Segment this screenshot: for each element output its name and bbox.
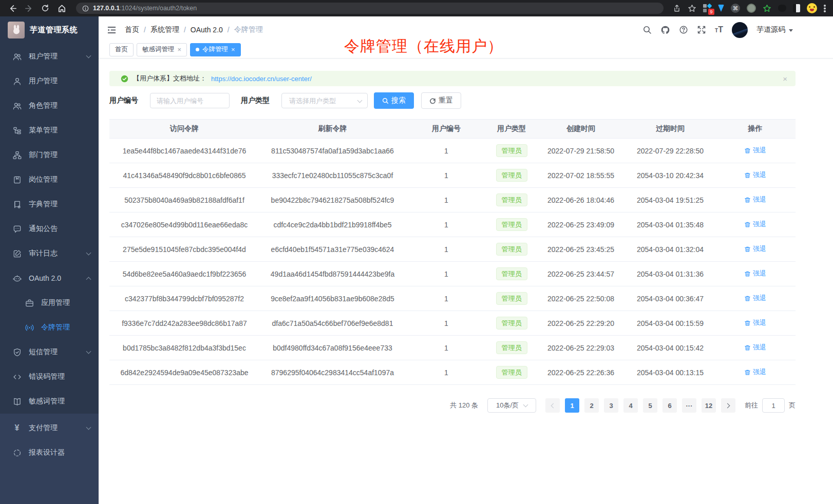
page-button[interactable]: 12 xyxy=(702,398,716,413)
user-type-select[interactable] xyxy=(281,93,368,108)
logo-rabbit-icon xyxy=(8,22,25,38)
page-button[interactable]: 4 xyxy=(623,398,638,413)
breadcrumb-home[interactable]: 首页 xyxy=(125,25,139,34)
sidebar-item-sensitive-word[interactable]: 敏感词管理 xyxy=(0,389,99,414)
shield-check-icon xyxy=(12,347,22,357)
reset-button[interactable]: 重置 xyxy=(421,92,461,109)
tab-home[interactable]: 首页 xyxy=(109,43,134,56)
force-logout-button[interactable]: 强退 xyxy=(744,367,766,377)
force-logout-button[interactable]: 强退 xyxy=(744,269,766,278)
close-icon[interactable]: × xyxy=(231,46,235,53)
browser-menu-icon[interactable] xyxy=(824,4,826,12)
page-button[interactable]: 6 xyxy=(662,398,677,413)
alert-doc-link[interactable]: https://doc.iocoder.cn/user-center/ xyxy=(211,75,312,83)
help-icon[interactable] xyxy=(679,25,688,34)
app-logo[interactable]: 芋道管理系统 xyxy=(0,16,99,43)
page-button[interactable]: 5 xyxy=(643,398,657,413)
force-logout-button[interactable]: 强退 xyxy=(744,195,766,204)
close-icon[interactable]: × xyxy=(178,46,182,53)
command-extension-icon[interactable]: ⌘ xyxy=(731,4,740,13)
breadcrumb-current: 令牌管理 xyxy=(234,25,263,34)
user-type-badge: 管理员 xyxy=(496,292,527,305)
search-icon[interactable] xyxy=(642,25,652,34)
force-logout-button[interactable]: 强退 xyxy=(744,220,766,229)
profile-avatar-icon[interactable] xyxy=(807,3,817,13)
sidebar-item-audit-log[interactable]: 审计日志 xyxy=(0,241,99,266)
fullscreen-icon[interactable] xyxy=(697,25,706,34)
user-type-badge: 管理员 xyxy=(496,341,527,354)
paw-extension-icon[interactable] xyxy=(778,5,786,12)
breadcrumb-oauth2[interactable]: OAuth 2.0 xyxy=(191,26,223,34)
page-size-select[interactable]: 10条/页 xyxy=(487,398,536,413)
sidebar-item-oauth2-app[interactable]: 应用管理 xyxy=(0,290,99,315)
user-type-label: 用户类型 xyxy=(241,96,270,105)
page-button[interactable]: 3 xyxy=(604,398,618,413)
page-info-icon[interactable] xyxy=(82,5,89,12)
doc-alert: 【用户体系】文档地址： https://doc.iocoder.cn/user-… xyxy=(109,71,796,86)
page-button[interactable]: ··· xyxy=(682,398,696,413)
cell-create-time: 2022-06-25 23:44:57 xyxy=(536,270,626,278)
olive-extension-icon[interactable] xyxy=(747,4,756,13)
sidebar-item-menu[interactable]: 菜单管理 xyxy=(0,118,99,143)
address-bar[interactable]: 127.0.0.1:1024/system/oauth2/token xyxy=(76,3,664,14)
table-row: 502375b8040a469a9b82188afdf6af1f be90422… xyxy=(109,188,796,212)
github-icon[interactable] xyxy=(660,25,670,35)
sidebar-toggle-icon[interactable] xyxy=(107,25,117,35)
sidebar-item-user[interactable]: 用户管理 xyxy=(0,69,99,93)
sidebar-item-sms[interactable]: 短信管理 xyxy=(0,340,99,364)
chevron-up-icon xyxy=(86,277,91,282)
browser-home-icon[interactable] xyxy=(54,2,69,15)
tab-token[interactable]: 令牌管理 × xyxy=(190,43,241,56)
browser-forward-icon[interactable] xyxy=(22,2,36,15)
sidebar-item-oauth2-token[interactable]: 令牌管理 xyxy=(0,315,99,340)
sidebar-item-error-code[interactable]: 错误码管理 xyxy=(0,364,99,389)
sidebar-item-tenant[interactable]: 租户管理 xyxy=(0,44,99,69)
force-logout-button[interactable]: 强退 xyxy=(744,343,766,352)
sidebar-item-post[interactable]: 岗位管理 xyxy=(0,167,99,192)
broadcast-icon xyxy=(25,323,34,332)
force-logout-button[interactable]: 强退 xyxy=(744,146,766,155)
sidebar-item-oauth2[interactable]: OAuth 2.0 xyxy=(0,266,99,290)
close-icon[interactable]: × xyxy=(783,75,787,83)
page-button[interactable]: 1 xyxy=(565,398,579,413)
user-menu[interactable]: 芋道源码 xyxy=(756,25,793,34)
cell-refresh-token: 49d1aa46d1454fbd87591444423be9fa xyxy=(259,270,406,278)
user-type-select-input[interactable] xyxy=(288,96,354,105)
sidebar-item-report-designer[interactable]: 报表设计器 xyxy=(0,440,99,465)
force-logout-button[interactable]: 强退 xyxy=(744,244,766,254)
cell-user-type: 管理员 xyxy=(487,193,536,206)
prev-page-button[interactable] xyxy=(545,398,560,413)
bookmark-star-icon[interactable] xyxy=(688,4,696,13)
drop-extension-icon[interactable] xyxy=(718,5,724,12)
extension-badge: 9 xyxy=(708,9,714,15)
cell-create-time: 2022-06-26 18:04:46 xyxy=(536,196,626,204)
force-logout-button[interactable]: 强退 xyxy=(744,170,766,180)
extensions-icon[interactable]: 9 xyxy=(703,4,711,12)
trash-icon xyxy=(744,197,751,203)
next-page-button[interactable] xyxy=(721,398,735,413)
header-user-id: 用户编号 xyxy=(406,124,487,133)
page-button[interactable]: 2 xyxy=(584,398,599,413)
search-button[interactable]: 搜索 xyxy=(374,92,414,109)
sidebar-item-pay[interactable]: ¥ 支付管理 xyxy=(0,416,99,440)
user-avatar[interactable] xyxy=(732,22,748,38)
green-star-extension-icon[interactable] xyxy=(763,4,771,13)
font-size-icon[interactable]: TT xyxy=(715,26,723,34)
sidebar-item-dept[interactable]: 部门管理 xyxy=(0,143,99,167)
reader-extension-icon[interactable] xyxy=(793,4,800,12)
filter-bar: 用户编号 用户类型 搜索 重置 xyxy=(109,92,806,109)
user-id-input[interactable] xyxy=(150,93,230,108)
cell-access-token: c342377bf8b344799dcbf7bf095287f2 xyxy=(109,295,259,303)
sidebar-section-2: ¥ 支付管理 报表设计器 xyxy=(0,414,99,504)
force-logout-button[interactable]: 强退 xyxy=(744,318,766,327)
goto-page-input[interactable] xyxy=(762,398,785,413)
browser-back-icon[interactable] xyxy=(5,2,20,15)
sidebar-item-notice[interactable]: 通知公告 xyxy=(0,217,99,241)
breadcrumb-system[interactable]: 系统管理 xyxy=(150,25,179,34)
browser-reload-icon[interactable] xyxy=(38,2,52,15)
tab-sensitive-word[interactable]: 敏感词管理 × xyxy=(137,43,187,56)
sidebar-item-dict[interactable]: 字典管理 xyxy=(0,192,99,217)
share-icon[interactable] xyxy=(673,4,681,12)
sidebar-item-role[interactable]: 角色管理 xyxy=(0,93,99,118)
force-logout-button[interactable]: 强退 xyxy=(744,294,766,303)
